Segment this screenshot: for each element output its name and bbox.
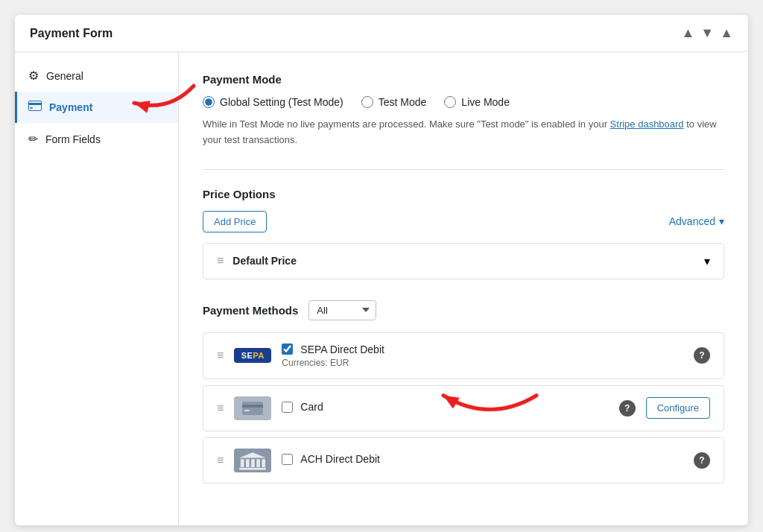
sidebar-label-form-fields: Form Fields bbox=[45, 133, 101, 145]
ach-checkbox[interactable] bbox=[282, 454, 293, 465]
ach-help-icon[interactable]: ? bbox=[694, 452, 710, 469]
payment-method-sepa: ≡ SEPA SEPA Direct Debit Currencies: EUR… bbox=[203, 332, 724, 379]
radio-live-mode[interactable]: Live Mode bbox=[444, 96, 510, 108]
payment-method-ach: ≡ bbox=[203, 437, 724, 484]
svg-rect-5 bbox=[244, 410, 250, 411]
expand-icon[interactable]: ▼ bbox=[700, 25, 714, 41]
main-content: Payment Mode Global Setting (Test Mode) … bbox=[179, 52, 748, 525]
radio-global-setting[interactable]: Global Setting (Test Mode) bbox=[203, 96, 343, 108]
svg-rect-12 bbox=[262, 459, 265, 467]
payment-mode-radio-group: Global Setting (Test Mode) Test Mode Liv… bbox=[203, 96, 724, 108]
payment-methods-title: Payment Methods bbox=[203, 304, 298, 317]
sepa-method-details: SEPA Direct Debit Currencies: EUR bbox=[282, 343, 683, 368]
sepa-badge: SEPA bbox=[234, 348, 271, 363]
ach-method-name: ACH Direct Debit bbox=[300, 453, 380, 465]
sepa-name-row: SEPA Direct Debit bbox=[282, 343, 683, 355]
radio-global-label: Global Setting (Test Mode) bbox=[220, 96, 343, 108]
card-badge bbox=[234, 396, 271, 420]
radio-live-label: Live Mode bbox=[461, 96, 510, 108]
sepa-help-icon[interactable]: ? bbox=[694, 347, 710, 364]
svg-rect-10 bbox=[252, 459, 255, 467]
window-title: Payment Form bbox=[30, 27, 113, 40]
card-configure-button[interactable]: Configure bbox=[646, 397, 710, 419]
svg-rect-1 bbox=[28, 103, 42, 105]
svg-rect-4 bbox=[242, 405, 263, 408]
card-name-row: Card bbox=[282, 401, 608, 413]
svg-rect-9 bbox=[246, 459, 249, 467]
sidebar-item-payment[interactable]: Payment bbox=[15, 92, 178, 123]
default-price-chevron[interactable]: ▾ bbox=[704, 254, 710, 268]
sepa-currencies: Currencies: EUR bbox=[282, 358, 683, 368]
payment-methods-filter[interactable]: All Enabled Disabled bbox=[308, 300, 376, 320]
window-controls: ▲ ▼ ▲ bbox=[682, 25, 733, 41]
svg-rect-13 bbox=[239, 467, 266, 469]
advanced-label: Advanced bbox=[669, 215, 715, 227]
radio-global-input[interactable] bbox=[203, 96, 215, 108]
price-options-header: Add Price Advanced ▾ bbox=[203, 211, 724, 232]
drag-handle-icon[interactable]: ≡ bbox=[217, 254, 224, 267]
stripe-dashboard-link[interactable]: Stripe dashboard bbox=[610, 118, 684, 130]
payment-icon bbox=[28, 101, 42, 114]
sidebar-label-general: General bbox=[46, 70, 83, 82]
sidebar-item-form-fields[interactable]: ✏ Form Fields bbox=[15, 123, 178, 155]
default-price-left: ≡ Default Price bbox=[217, 254, 297, 267]
svg-rect-3 bbox=[242, 402, 263, 415]
drag-handle-card-icon[interactable]: ≡ bbox=[217, 402, 224, 415]
divider-1 bbox=[203, 169, 724, 170]
description-part1: While in Test Mode no live payments are … bbox=[203, 118, 610, 130]
payment-methods-header: Payment Methods All Enabled Disabled bbox=[203, 300, 724, 320]
svg-rect-11 bbox=[257, 459, 260, 467]
radio-test-label: Test Mode bbox=[379, 96, 427, 108]
price-options-section: Price Options Add Price Advanced ▾ ≡ Def… bbox=[203, 188, 724, 279]
payment-mode-description: While in Test Mode no live payments are … bbox=[203, 117, 724, 148]
default-price-row: ≡ Default Price ▾ bbox=[203, 243, 724, 279]
default-price-label: Default Price bbox=[232, 255, 297, 267]
ach-method-details: ACH Direct Debit bbox=[282, 453, 683, 467]
ach-name-row: ACH Direct Debit bbox=[282, 453, 683, 465]
add-price-button[interactable]: Add Price bbox=[203, 211, 267, 232]
ach-badge bbox=[234, 449, 271, 472]
svg-rect-2 bbox=[30, 107, 33, 109]
svg-rect-0 bbox=[29, 101, 42, 111]
card-checkbox[interactable] bbox=[282, 402, 293, 413]
payment-mode-section: Payment Mode Global Setting (Test Mode) … bbox=[203, 73, 724, 148]
card-method-details: Card bbox=[282, 401, 608, 415]
sidebar-item-general[interactable]: ⚙ General bbox=[15, 60, 178, 92]
drag-handle-sepa-icon[interactable]: ≡ bbox=[217, 349, 224, 362]
card-help-icon[interactable]: ? bbox=[619, 400, 636, 417]
radio-test-input[interactable] bbox=[361, 96, 373, 108]
payment-method-card: ≡ Card ? C bbox=[203, 385, 724, 431]
radio-test-mode[interactable]: Test Mode bbox=[361, 96, 427, 108]
radio-live-input[interactable] bbox=[444, 96, 456, 108]
edit-icon: ✏ bbox=[28, 132, 38, 146]
chevron-down-icon: ▾ bbox=[719, 215, 724, 227]
drag-handle-ach-icon[interactable]: ≡ bbox=[217, 454, 224, 467]
sepa-method-name: SEPA Direct Debit bbox=[300, 343, 384, 355]
close-icon[interactable]: ▲ bbox=[720, 25, 733, 41]
collapse-icon[interactable]: ▲ bbox=[682, 25, 695, 41]
gear-icon: ⚙ bbox=[28, 69, 39, 83]
price-options-title: Price Options bbox=[203, 188, 724, 200]
sepa-checkbox[interactable] bbox=[282, 343, 293, 355]
sidebar: ⚙ General Payment ✏ Form Fields bbox=[15, 52, 179, 525]
card-method-name: Card bbox=[300, 401, 323, 413]
svg-rect-8 bbox=[241, 459, 244, 467]
advanced-toggle-button[interactable]: Advanced ▾ bbox=[669, 215, 724, 227]
payment-mode-title: Payment Mode bbox=[203, 73, 724, 86]
sidebar-label-payment: Payment bbox=[49, 101, 92, 113]
payment-methods-section: Payment Methods All Enabled Disabled ≡ S… bbox=[203, 300, 724, 484]
